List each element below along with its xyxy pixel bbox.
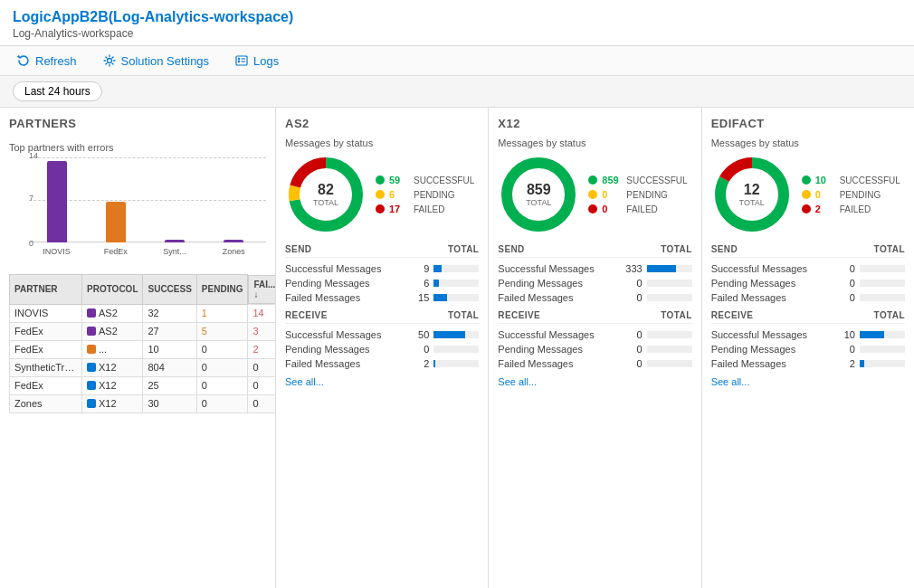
col-partner: PARTNER [10, 275, 82, 305]
as2-receive-pending-bar-wrap [433, 346, 479, 353]
as2-receive-total-label: TOTAL [448, 310, 479, 320]
edifact-receive-pending: Pending Messages 0 [711, 342, 905, 356]
x12-receive-successful-count: 0 [617, 329, 643, 340]
edifact-send-label: SEND [711, 244, 738, 254]
edifact-receive-failed-bar-wrap [860, 360, 905, 367]
as2-failed-label: FAILED [414, 204, 444, 214]
as2-send-total-label: TOTAL [448, 244, 479, 254]
edifact-receive-pending-label: Pending Messages [711, 344, 830, 355]
x12-receive-successful: Successful Messages 0 [498, 327, 691, 342]
as2-receive-failed-label: Failed Messages [285, 358, 404, 369]
edifact-title: EDIFACT [711, 117, 905, 130]
x12-receive-failed: Failed Messages 0 [498, 356, 691, 371]
x12-receive-failed-bar-wrap [647, 360, 692, 367]
as2-panel: AS2 Messages by status 82 [276, 108, 489, 588]
edifact-donut: 12 TOTAL [711, 154, 793, 235]
chart-subtitle: Top partners with errors [9, 142, 266, 153]
x12-send-failed-label: Failed Messages [498, 292, 616, 303]
bar-inovis [33, 161, 80, 242]
as2-send-successful: Successful Messages 9 [285, 261, 479, 276]
edifact-send-total-label: TOTAL [874, 244, 905, 254]
x12-donut-section: 859 TOTAL 859 SUCCESSFUL 0 PENDING [498, 154, 691, 235]
x12-pending-count: 0 [602, 189, 622, 200]
edifact-send-successful-count: 0 [830, 263, 855, 274]
gear-icon [102, 53, 117, 68]
as2-receive-successful-bar-wrap [433, 331, 479, 338]
as2-failed-count: 17 [389, 204, 409, 214]
edifact-send-pending-label: Pending Messages [711, 278, 830, 289]
col-success: SUCCESS [143, 275, 196, 305]
partner-protocol: ... [82, 340, 143, 358]
x-label-inovis: INOVIS [33, 244, 80, 262]
page-subtitle: Log-Analytics-workspace [13, 27, 901, 40]
x12-send-label: SEND [498, 244, 524, 254]
partner-fail: 0 [248, 394, 276, 413]
x12-receive-header: RECEIVE TOTAL [498, 310, 691, 324]
edifact-receive-failed-bar [860, 360, 865, 367]
as2-chart-title: Messages by status [285, 138, 479, 148]
partner-success: 32 [143, 304, 196, 322]
partner-table: PARTNER PROTOCOL SUCCESS PENDING FAI... … [9, 274, 276, 413]
as2-receive-failed-bar-wrap [433, 360, 479, 367]
solution-settings-button[interactable]: Solution Settings [99, 52, 214, 70]
as2-donut: 82 TOTAL [285, 154, 367, 235]
partner-pending: 0 [196, 394, 248, 413]
bar-synt-fill [165, 240, 185, 242]
x12-send-successful-bar-wrap [647, 265, 692, 272]
x-axis-labels: INOVIS FedEx Synt... Zones [29, 244, 262, 262]
partner-name: SyntheticTrans: [10, 358, 82, 376]
svg-point-1 [107, 59, 111, 63]
edifact-send-failed-count: 0 [830, 292, 855, 303]
x12-send-failed-bar-wrap [647, 294, 692, 301]
edifact-receive-successful: Successful Messages 10 [711, 327, 905, 342]
edifact-legend-failed: 2 FAILED [802, 204, 900, 214]
partner-pending: 0 [196, 358, 248, 376]
as2-send-header: SEND TOTAL [285, 244, 479, 258]
edifact-successful-dot [802, 175, 811, 185]
as2-receive-failed-count: 2 [404, 358, 429, 369]
as2-pending-dot [376, 190, 385, 199]
edifact-see-all[interactable]: See all... [711, 376, 905, 387]
edifact-failed-dot [802, 204, 811, 213]
as2-receive-header: RECEIVE TOTAL [285, 310, 479, 324]
partner-name: Zones [10, 394, 82, 413]
edifact-receive-section: RECEIVE TOTAL Successful Messages 10 Pen… [711, 310, 905, 371]
edifact-receive-label: RECEIVE [711, 310, 754, 320]
partner-success: 10 [143, 340, 196, 358]
x12-receive-successful-bar-wrap [647, 331, 692, 338]
partner-fail: 0 [248, 358, 276, 376]
as2-failed-dot [376, 204, 385, 213]
as2-send-successful-bar [433, 265, 442, 272]
x12-chart-title: Messages by status [498, 138, 691, 148]
table-row: FedEx ... 10 0 2 [10, 340, 277, 358]
edifact-pending-label: PENDING [840, 190, 881, 200]
partner-table-body: INOVIS AS2 32 1 14 FedEx AS2 27 5 3 FedE… [10, 304, 277, 413]
x12-legend-pending: 0 PENDING [588, 189, 687, 200]
as2-see-all[interactable]: See all... [285, 376, 479, 387]
edifact-send-header: SEND TOTAL [711, 244, 905, 258]
as2-send-failed-bar-wrap [433, 294, 479, 301]
as2-send-pending: Pending Messages 6 [285, 276, 479, 290]
partner-fail: 3 [248, 322, 276, 340]
x12-receive-pending-label: Pending Messages [498, 344, 616, 355]
edifact-receive-failed: Failed Messages 2 [711, 356, 905, 371]
x12-receive-section: RECEIVE TOTAL Successful Messages 0 Pend… [498, 310, 691, 371]
svg-point-4 [238, 61, 240, 62]
edifact-receive-successful-bar-wrap [860, 331, 905, 338]
x12-pending-label: PENDING [626, 190, 668, 200]
as2-send-label: SEND [285, 244, 311, 254]
x12-send-successful-bar [647, 265, 677, 272]
bar-chart: 14 7 0 [9, 158, 266, 262]
partner-success: 804 [143, 358, 196, 376]
edifact-receive-header: RECEIVE TOTAL [711, 310, 905, 324]
edifact-donut-section: 12 TOTAL 10 SUCCESSFUL 0 PENDING [711, 154, 905, 235]
logs-button[interactable]: Logs [231, 52, 282, 70]
as2-send-pending-bar-wrap [433, 280, 479, 287]
x12-see-all[interactable]: See all... [498, 376, 691, 387]
x12-send-pending-count: 0 [617, 278, 643, 289]
edifact-donut-center: 12 TOTAL [739, 182, 765, 207]
refresh-button[interactable]: Refresh [13, 52, 81, 70]
x12-send-successful-count: 333 [617, 263, 643, 274]
table-row: Zones X12 30 0 0 [10, 394, 277, 413]
time-filter-button[interactable]: Last 24 hours [13, 81, 102, 101]
